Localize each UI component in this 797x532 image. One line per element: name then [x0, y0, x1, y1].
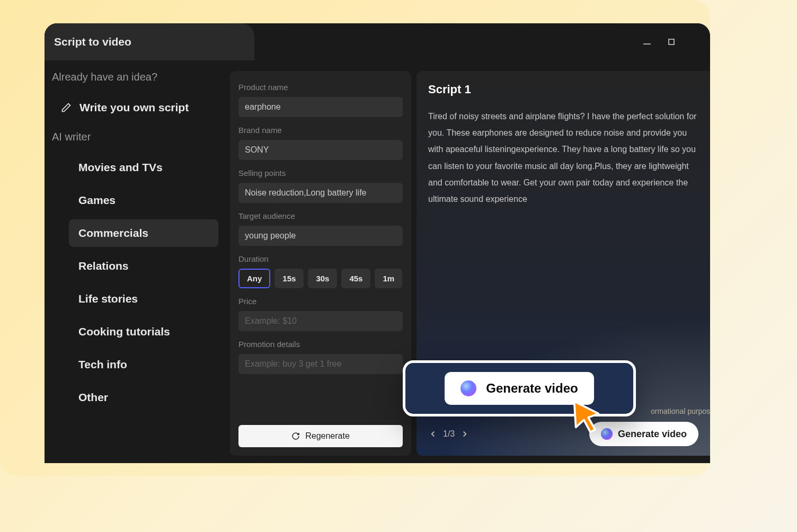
chevron-right-icon[interactable]	[460, 429, 470, 439]
sidebar-item-movies[interactable]: Movies and TVs	[69, 154, 218, 181]
title-tab: Script to video	[45, 23, 254, 60]
sidebar-item-label: Life stories	[78, 292, 138, 305]
svg-line-0	[692, 38, 699, 46]
regenerate-button[interactable]: Regenerate	[238, 425, 403, 447]
price-input[interactable]	[238, 311, 403, 331]
script-title: Script 1	[428, 83, 698, 96]
ai-orb-icon	[461, 380, 476, 396]
duration-chip-any[interactable]: Any	[238, 269, 270, 288]
generate-video-label: Generate video	[618, 429, 687, 440]
duration-chip-45s[interactable]: 45s	[341, 269, 370, 288]
duration-chip-1m[interactable]: 1m	[375, 269, 402, 288]
sidebar-item-label: Relations	[78, 260, 129, 272]
window-controls	[642, 37, 701, 47]
price-label: Price	[238, 297, 403, 306]
sidebar-item-label: Commercials	[78, 227, 148, 240]
title-tab-text: Script to video	[54, 36, 131, 48]
minimize-button[interactable]	[642, 37, 652, 47]
generate-video-label-large: Generate video	[486, 381, 578, 396]
duration-label: Duration	[238, 254, 403, 263]
target-audience-input[interactable]	[238, 226, 403, 246]
selling-points-label: Selling points	[238, 169, 403, 178]
informational-text: ormational purpos	[651, 407, 710, 415]
sidebar-item-other[interactable]: Other	[69, 384, 218, 411]
sidebar-item-cooking[interactable]: Cooking tutorials	[69, 318, 218, 345]
product-name-label: Product name	[238, 83, 403, 92]
sidebar-item-commercials[interactable]: Commercials	[69, 219, 218, 247]
sidebar-item-label: Games	[78, 194, 116, 207]
regenerate-label: Regenerate	[305, 431, 350, 441]
close-icon	[691, 37, 701, 47]
maximize-icon	[668, 39, 675, 45]
promo-label: Promotion details	[238, 340, 403, 349]
sidebar-item-life-stories[interactable]: Life stories	[69, 285, 218, 313]
sidebar: Already have an idea? Write you own scri…	[45, 23, 225, 463]
promo-input[interactable]	[238, 354, 403, 374]
brand-name-input[interactable]	[238, 140, 403, 160]
sidebar-item-label: Movies and TVs	[78, 161, 163, 174]
sidebar-item-games[interactable]: Games	[69, 187, 218, 214]
sidebar-item-tech-info[interactable]: Tech info	[69, 351, 218, 378]
sidebar-write-own-label: Write you own script	[79, 101, 189, 114]
close-button[interactable]	[691, 37, 701, 47]
sidebar-write-own[interactable]: Write you own script	[51, 94, 218, 121]
script-footer: 1/3 Generate video	[428, 422, 698, 446]
sidebar-ai-heading: AI writer	[52, 131, 218, 143]
sidebar-idea-heading: Already have an idea?	[52, 71, 218, 83]
brand-name-label: Brand name	[238, 126, 403, 135]
duration-options: Any 15s 30s 45s 1m	[238, 269, 403, 288]
duration-chip-30s[interactable]: 30s	[308, 269, 337, 288]
minimize-icon	[643, 43, 651, 45]
form-panel: Product name Brand name Selling points T…	[230, 71, 411, 456]
cursor-pointer-icon	[570, 397, 610, 438]
product-name-input[interactable]	[238, 97, 403, 117]
sidebar-item-label: Cooking tutorials	[78, 325, 170, 338]
chevron-left-icon[interactable]	[428, 429, 438, 439]
sidebar-item-label: Tech info	[78, 358, 127, 371]
sidebar-item-relations[interactable]: Relations	[69, 252, 218, 280]
sidebar-item-label: Other	[78, 391, 108, 404]
svg-line-1	[692, 38, 699, 46]
maximize-button[interactable]	[667, 37, 676, 47]
sidebar-category-list: Movies and TVs Games Commercials Relatio…	[51, 154, 218, 411]
pencil-icon	[60, 102, 72, 113]
pager: 1/3	[428, 429, 470, 439]
refresh-icon	[291, 432, 300, 440]
selling-points-input[interactable]	[238, 183, 403, 203]
target-audience-label: Target audience	[238, 211, 403, 220]
duration-chip-15s[interactable]: 15s	[274, 269, 304, 288]
page-indicator: 1/3	[443, 429, 455, 439]
